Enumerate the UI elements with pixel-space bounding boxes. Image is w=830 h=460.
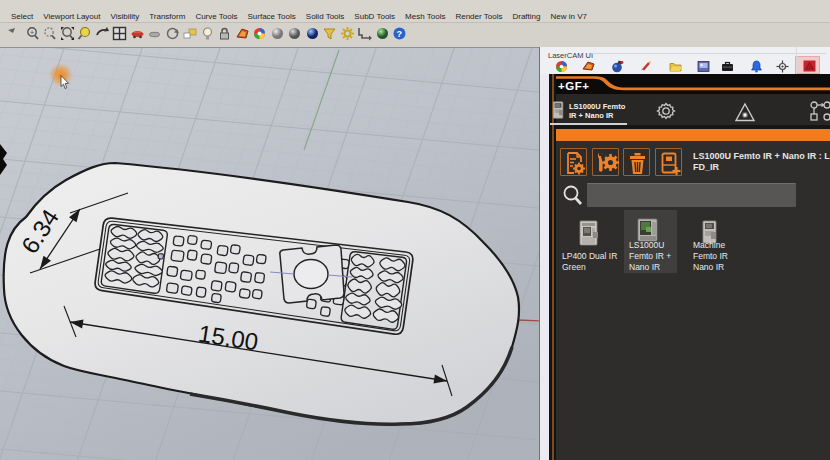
svg-text:?: ?: [397, 29, 403, 39]
svg-text:+: +: [30, 29, 34, 36]
